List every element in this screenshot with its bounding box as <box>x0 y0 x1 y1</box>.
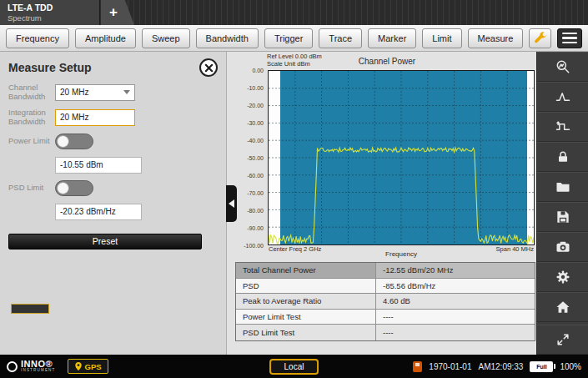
gps-status-badge: GPS <box>68 359 108 374</box>
status-bar: INNO® INSTRUMENT GPS Local 1970-01-01 AM… <box>0 355 588 378</box>
power-limit-label: Power Limit <box>8 137 50 146</box>
y-axis: 0.00-10.00-20.00-30.00-40.00-50.00-60.00… <box>239 70 266 245</box>
table-row: PSD Limit Test ---- <box>236 325 535 340</box>
power-limit-value-field[interactable]: -10.55 dBm <box>55 157 142 174</box>
tab-subtitle: Spectrum <box>8 13 92 23</box>
peak-search-button[interactable] <box>537 52 588 82</box>
chevron-left-icon <box>229 199 234 208</box>
row-value: ---- <box>376 325 535 340</box>
span-label: Span 40 MHz <box>496 245 534 253</box>
close-icon <box>204 63 214 73</box>
chart-region: Ref Level 0.00 dBm Scale Unit dBm Channe… <box>239 52 535 260</box>
measure-button[interactable]: Measure <box>468 28 524 48</box>
folder-icon <box>555 179 571 195</box>
spectrum-analyzer-app: LTE-A TDD Spectrum + Frequency Amplitude… <box>0 0 588 378</box>
utility-button[interactable] <box>529 28 551 48</box>
integration-bandwidth-label: Integration Bandwidth <box>8 108 50 127</box>
trace-svg <box>269 71 534 244</box>
row-value: -12.55 dBm/20 MHz <box>376 263 535 278</box>
date-text: 1970-01-01 <box>429 362 471 371</box>
disabled-indicator <box>11 304 49 314</box>
psd-limit-value-field[interactable]: -20.23 dBm/Hz <box>55 204 142 220</box>
trace-peak-icon <box>555 88 571 105</box>
limit-button[interactable]: Limit <box>422 28 461 48</box>
toolbar: Frequency Amplitude Sweep Bandwidth Trig… <box>0 25 588 52</box>
sweep-button[interactable]: Sweep <box>142 28 190 48</box>
x-axis-title: Frequency <box>268 250 535 258</box>
save-icon <box>555 209 571 225</box>
panel-title: Measure Setup <box>8 61 92 74</box>
limit-line-button[interactable] <box>537 112 588 142</box>
wrench-icon <box>532 30 549 47</box>
screenshot-button[interactable] <box>537 232 588 262</box>
new-tab-button[interactable]: + <box>101 0 134 25</box>
peak-search-icon <box>555 58 571 75</box>
camera-icon <box>555 239 571 255</box>
trigger-button[interactable]: Trigger <box>264 28 313 48</box>
row-label: Total Channel Power <box>236 263 376 278</box>
usb-icon <box>413 361 422 372</box>
chevron-down-icon <box>123 90 130 94</box>
limit-line-icon <box>555 118 571 135</box>
logo-icon <box>7 361 18 372</box>
row-value: ---- <box>376 310 535 325</box>
x-axis-labels: Center Freq 2 GHz Frequency Span 40 MHz <box>268 245 535 259</box>
row-label: Peak to Average Ratio <box>236 294 376 309</box>
row-value: -85.56 dBm/Hz <box>376 279 535 294</box>
battery-icon: Full <box>530 361 553 372</box>
folder-button[interactable] <box>537 172 588 202</box>
spectrum-plot <box>268 70 535 245</box>
fullscreen-icon <box>555 331 571 348</box>
table-row: Total Channel Power -12.55 dBm/20 MHz <box>236 263 535 279</box>
measure-setup-panel: Measure Setup Channel Bandwidth 20 MHz I… <box>0 52 227 355</box>
channel-bandwidth-select[interactable]: 20 MHz <box>55 84 135 101</box>
preset-button[interactable]: Preset <box>8 234 202 249</box>
side-icon-rail <box>536 52 588 355</box>
power-limit-toggle[interactable] <box>55 134 93 149</box>
battery-percent: 100% <box>560 362 581 371</box>
panel-collapse-handle[interactable] <box>226 185 237 222</box>
results-table: Total Channel Power -12.55 dBm/20 MHz PS… <box>235 262 535 341</box>
trace-button[interactable]: Trace <box>319 28 362 48</box>
gps-pin-icon <box>74 361 83 371</box>
local-remote-button[interactable]: Local <box>269 359 319 375</box>
plus-icon: + <box>109 4 118 21</box>
time-text: AM12:09:33 <box>478 362 523 371</box>
integration-bandwidth-input[interactable]: 20 MHz <box>55 109 135 126</box>
psd-limit-label: PSD Limit <box>8 184 50 193</box>
hamburger-menu-icon <box>562 33 577 35</box>
bandwidth-button[interactable]: Bandwidth <box>196 28 259 48</box>
marker-button[interactable]: Marker <box>368 28 416 48</box>
psd-limit-toggle[interactable] <box>55 180 93 196</box>
brand-logo: INNO® INSTRUMENT <box>7 360 56 373</box>
save-button[interactable] <box>537 202 588 232</box>
close-panel-button[interactable] <box>199 58 218 77</box>
tab-lte-a-tdd-spectrum[interactable]: LTE-A TDD Spectrum <box>0 0 100 25</box>
table-row: Peak to Average Ratio 4.60 dB <box>236 294 535 310</box>
frequency-button[interactable]: Frequency <box>6 28 69 48</box>
home-button[interactable] <box>537 292 588 322</box>
lock-icon <box>555 149 571 165</box>
fullscreen-button[interactable] <box>537 325 588 355</box>
home-icon <box>555 299 571 315</box>
row-value: 4.60 dB <box>376 294 535 309</box>
table-row: Power Limit Test ---- <box>236 310 535 325</box>
row-label: PSD <box>236 279 376 294</box>
lock-button[interactable] <box>537 142 588 172</box>
row-label: Power Limit Test <box>236 310 376 325</box>
tab-title: LTE-A TDD <box>8 3 92 13</box>
channel-bandwidth-label: Channel Bandwidth <box>8 83 50 102</box>
row-label: PSD Limit Test <box>236 325 376 340</box>
table-row: PSD -85.56 dBm/Hz <box>236 279 535 295</box>
gear-icon <box>555 269 571 285</box>
trace-peak-button[interactable] <box>537 82 588 112</box>
tab-bar: LTE-A TDD Spectrum + <box>0 0 588 25</box>
settings-button[interactable] <box>537 262 588 292</box>
menu-button[interactable] <box>557 28 582 48</box>
chart-title: Channel Power <box>239 57 535 66</box>
amplitude-button[interactable]: Amplitude <box>75 28 136 48</box>
